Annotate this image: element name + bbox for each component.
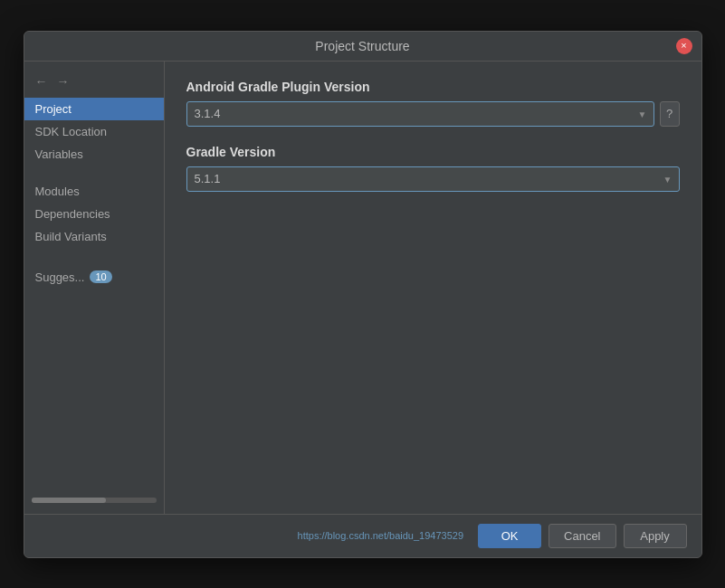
gradle-version-input-row: 5.1.1 5.4.1 5.6.4 6.0 6.1.1 ▼ bbox=[186, 166, 680, 192]
sidebar-item-variables[interactable]: Variables bbox=[24, 143, 164, 166]
sidebar-item-project[interactable]: Project bbox=[24, 98, 164, 120]
main-content: Android Gradle Plugin Version 3.1.4 3.2.… bbox=[165, 62, 701, 514]
footer-url: https://blog.csdn.net/baidu_19473529 bbox=[39, 530, 472, 541]
scrollbar bbox=[24, 494, 164, 507]
sidebar-item-modules[interactable]: Modules bbox=[24, 180, 164, 203]
dialog-body: ← → Project SDK Location Variables Modul… bbox=[24, 62, 701, 514]
apply-button[interactable]: Apply bbox=[624, 524, 687, 548]
close-button[interactable]: × bbox=[676, 38, 692, 54]
project-structure-dialog: Project Structure × ← → Project SDK Loca… bbox=[24, 31, 702, 558]
gradle-version-select[interactable]: 5.1.1 5.4.1 5.6.4 6.0 6.1.1 bbox=[186, 166, 680, 192]
gradle-version-field-group: Gradle Version 5.1.1 5.4.1 5.6.4 6.0 6.1… bbox=[186, 145, 680, 192]
ok-button[interactable]: OK bbox=[478, 524, 541, 548]
sidebar-group: Modules Dependencies Build Variants bbox=[24, 180, 164, 248]
forward-button[interactable]: → bbox=[53, 72, 73, 90]
dialog-titlebar: Project Structure × bbox=[24, 32, 701, 62]
sidebar-item-dependencies[interactable]: Dependencies bbox=[24, 203, 164, 225]
dialog-title: Project Structure bbox=[315, 39, 409, 53]
scrollbar-track bbox=[32, 498, 157, 503]
back-button[interactable]: ← bbox=[32, 72, 52, 90]
gradle-version-select-wrapper: 5.1.1 5.4.1 5.6.4 6.0 6.1.1 ▼ bbox=[186, 166, 680, 192]
suggestions-badge: 10 bbox=[90, 270, 111, 283]
dialog-footer: https://blog.csdn.net/baidu_19473529 OK … bbox=[24, 514, 701, 557]
sidebar: ← → Project SDK Location Variables Modul… bbox=[24, 62, 165, 514]
help-button[interactable]: ? bbox=[660, 101, 680, 127]
gradle-plugin-input-row: 3.1.4 3.2.0 3.3.0 3.4.0 3.5.0 ▼ ? bbox=[186, 101, 680, 127]
sidebar-item-sdk-location[interactable]: SDK Location bbox=[24, 120, 164, 143]
scrollbar-thumb[interactable] bbox=[32, 498, 107, 503]
cancel-button[interactable]: Cancel bbox=[549, 524, 615, 548]
gradle-plugin-field-group: Android Gradle Plugin Version 3.1.4 3.2.… bbox=[186, 80, 680, 127]
gradle-plugin-label: Android Gradle Plugin Version bbox=[186, 80, 680, 94]
sidebar-nav: ← → bbox=[24, 69, 164, 98]
sidebar-item-suggestions[interactable]: Sugges... 10 bbox=[24, 266, 164, 289]
sidebar-item-build-variants[interactable]: Build Variants bbox=[24, 225, 164, 248]
gradle-plugin-select[interactable]: 3.1.4 3.2.0 3.3.0 3.4.0 3.5.0 bbox=[186, 101, 654, 127]
gradle-version-label: Gradle Version bbox=[186, 145, 680, 159]
gradle-plugin-select-wrapper: 3.1.4 3.2.0 3.3.0 3.4.0 3.5.0 ▼ bbox=[186, 101, 654, 127]
